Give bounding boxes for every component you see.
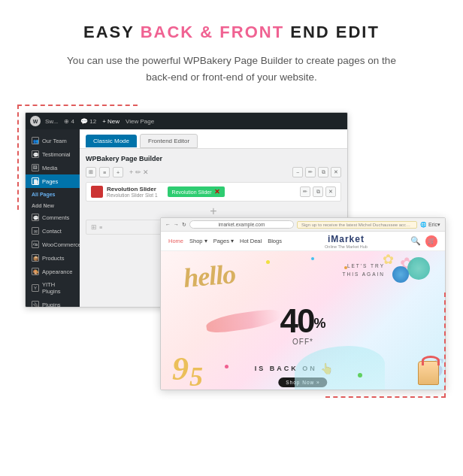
nav-items-left: Home Shop ▾ Pages ▾ Hot Deal Blogs xyxy=(168,238,282,244)
sidebar-item-appearance[interactable]: 🎨 Appearance xyxy=(26,265,80,278)
admin-bar-updates: ⊕ 4 xyxy=(64,118,74,125)
add-element-button[interactable]: + xyxy=(86,205,341,218)
hero-40-text: 40 xyxy=(280,302,314,339)
wp-sidebar: 👥 Our Team 💬 Testimonial 🖼 Media 📄 Pages… xyxy=(26,129,80,307)
hero-number-5: 5 xyxy=(189,361,203,390)
builder-toolbar-row-1: ⊞ ≡ + + ✏ ✕ − ✏ ⧉ ✕ xyxy=(86,167,341,177)
browser-forward-icon[interactable]: → xyxy=(174,222,179,227)
sidebar-item-comments[interactable]: 💬 Comments xyxy=(26,211,80,224)
action-btn-edit[interactable]: ✏ xyxy=(305,167,316,177)
woocommerce-icon: 🛍 xyxy=(32,241,39,248)
sidebar-label-yith: YITH Plugins xyxy=(42,281,74,295)
revolution-slider-icon xyxy=(91,186,103,198)
plugins-icon: 🔌 xyxy=(32,301,39,308)
sidebar-label-testimonial: Testimonial xyxy=(42,151,71,158)
admin-bar-view[interactable]: View Page xyxy=(126,118,154,125)
sidebar-section-all-pages: All Pages xyxy=(26,189,80,199)
brush-stroke-decoration xyxy=(205,308,282,335)
appearance-icon: 🎨 xyxy=(32,268,39,275)
headline-highlight-pink: BACK & FRONT xyxy=(141,23,284,41)
row-actions: − ✏ ⧉ ✕ xyxy=(292,167,341,177)
sidebar-item-contact[interactable]: ✉ Contact xyxy=(26,224,80,238)
admin-bar-new[interactable]: + New xyxy=(102,118,120,125)
admin-bar-items: Sw... ⊕ 4 💬 12 + New View Page xyxy=(45,118,154,125)
sidebar-label-comments: Comments xyxy=(42,214,69,221)
toolbar-btn-2[interactable]: ≡ xyxy=(99,167,110,177)
sidebar-label-pages: Pages xyxy=(42,178,58,185)
brand-sub: Online The Market Hub xyxy=(325,244,368,249)
slider-label: Revolution Slider xyxy=(107,186,158,193)
drag-handle-icon: ⊞ xyxy=(91,223,97,231)
browser-refresh-icon[interactable]: ↻ xyxy=(182,222,186,228)
sidebar-label-woocommerce: WooCommerce xyxy=(42,241,81,248)
search-icon[interactable]: 🔍 xyxy=(410,236,421,246)
sidebar-item-media[interactable]: 🖼 Media xyxy=(26,161,80,174)
action-btn-close[interactable]: ✕ xyxy=(331,167,341,177)
slider-sub-label: Revolution Slider Slot 1 xyxy=(107,193,158,198)
sidebar-item-testimonial[interactable]: 💬 Testimonial xyxy=(26,147,80,161)
sidebar-label-media: Media xyxy=(42,165,57,171)
sidebar-item-yith[interactable]: Y YITH Plugins xyxy=(26,278,80,298)
wave-decoration xyxy=(295,346,385,390)
comments-icon: 💬 xyxy=(32,214,39,221)
sidebar-item-products[interactable]: 📦 Products xyxy=(26,251,80,265)
badge-close-icon[interactable]: ✕ xyxy=(214,188,220,196)
circle-blue-decoration xyxy=(392,266,409,283)
hero-hello-text: hello xyxy=(182,258,236,294)
nav-item-hot-deal[interactable]: Hot Deal xyxy=(240,238,262,244)
yith-icon: Y xyxy=(32,284,39,292)
sidebar-item-plugins[interactable]: 🔌 Plugins xyxy=(26,298,80,308)
admin-bar-site: Sw... xyxy=(45,118,58,125)
action-btn-minus[interactable]: − xyxy=(292,167,303,177)
contact-icon: ✉ xyxy=(32,227,39,235)
sidebar-label-plugins: Plugins xyxy=(42,302,61,308)
products-icon: 📦 xyxy=(32,254,39,262)
page-subtitle: You can use the powerful WPBakery Page B… xyxy=(66,53,397,85)
testimonial-icon: 💬 xyxy=(32,150,39,158)
wp-logo-icon: W xyxy=(30,116,41,126)
toolbar-btn-1[interactable]: ⊞ xyxy=(86,167,96,177)
gift-bag-decoration xyxy=(418,361,439,385)
browser-url-bar[interactable]: imarket.example.com xyxy=(189,220,294,229)
nav-item-blogs[interactable]: Blogs xyxy=(268,238,282,244)
admin-bar-comments: 💬 12 xyxy=(80,118,96,125)
nav-item-pages[interactable]: Pages ▾ xyxy=(213,238,234,244)
nav-items-right: 🔍 🛒 xyxy=(410,235,437,247)
toolbar-btn-add[interactable]: + xyxy=(113,167,123,177)
sidebar-item-our-team[interactable]: 👥 Our Team xyxy=(26,134,80,147)
sidebar-item-pages[interactable]: 📄 Pages xyxy=(26,174,80,188)
hero-percent-text: % xyxy=(313,316,325,331)
hero-lets-try-line2: THIS AGAIN xyxy=(343,271,385,278)
headline-post: END EDIT xyxy=(284,23,380,41)
hero-lets-try: LET'S TRY THIS AGAIN xyxy=(343,262,385,278)
sidebar-section-add-new[interactable]: Add New xyxy=(26,201,80,211)
page-headline: EASY BACK & FRONT END EDIT xyxy=(83,23,380,42)
toolbar-center-plus: + ✏ ✕ xyxy=(129,168,149,176)
hero-lets-try-line1: LET'S TRY xyxy=(343,262,385,270)
browser-back-icon[interactable]: ← xyxy=(165,222,171,227)
hero-number-9: 9 xyxy=(172,350,189,388)
sidebar-label-products: Products xyxy=(42,255,65,262)
nav-item-shop[interactable]: Shop ▾ xyxy=(189,238,207,244)
slider-element-row: Revolution Slider Revolution Slider Slot… xyxy=(86,182,341,202)
pages-icon: 📄 xyxy=(32,177,39,185)
action-btn-copy[interactable]: ⧉ xyxy=(318,167,328,177)
slider-action-copy[interactable]: ⧉ xyxy=(313,186,323,197)
brand-name: iMarket xyxy=(325,234,368,244)
nav-item-home[interactable]: Home xyxy=(168,238,183,244)
cart-icon[interactable]: 🛒 xyxy=(425,235,437,247)
tab-frontend-editor[interactable]: Frontend Editor xyxy=(140,134,198,148)
circle-teal-decoration xyxy=(407,257,430,280)
slider-active-badge: Revolution Slider ✕ xyxy=(168,186,225,197)
tab-classic-mode[interactable]: Classic Mode xyxy=(86,135,137,147)
hero-section: hello ✿ ✿ LET'S TRY THIS AGAIN 40% OFF* … xyxy=(161,251,445,390)
sidebar-item-woocommerce[interactable]: 🛍 WooCommerce xyxy=(26,238,80,251)
sidebar-label-contact: Contact xyxy=(42,228,62,235)
second-block-label: ≡ xyxy=(99,225,102,230)
sidebar-label-appearance: Appearance xyxy=(42,268,72,275)
slider-action-close[interactable]: ✕ xyxy=(325,186,336,197)
hero-discount-block: 40% OFF* xyxy=(280,305,326,346)
slider-row-actions: ✏ ⧉ ✕ xyxy=(300,186,336,197)
slider-action-edit[interactable]: ✏ xyxy=(300,186,310,197)
screenshot-wrapper: W Sw... ⊕ 4 💬 12 + New View Page 👥 Our T… xyxy=(17,105,446,398)
